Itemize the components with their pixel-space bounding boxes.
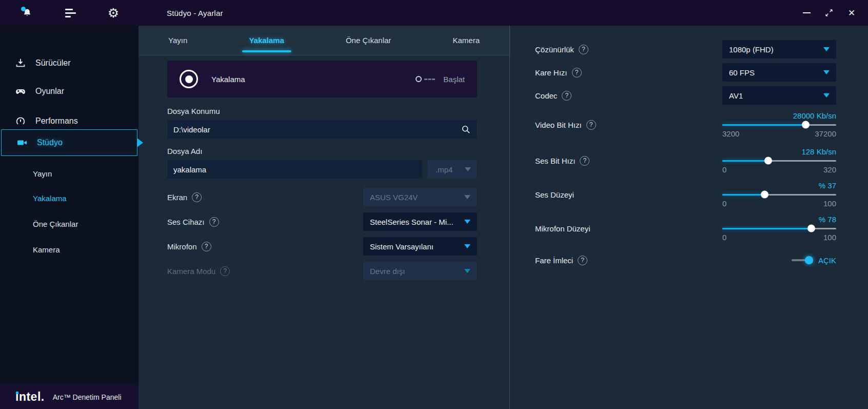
audio-bitrate-slider: 128 Kb/sn 0 320 bbox=[722, 147, 836, 174]
arc-control-window: ⚙ Stüdyo - Ayarlar ✕ Sürücü bbox=[0, 0, 868, 409]
capture-banner: Yakalama Başlat bbox=[167, 61, 477, 98]
codec-label: Codec ? bbox=[535, 91, 571, 101]
settings-pane: Çözünürlük ? 1080p (FHD) Kare Hızı ? 60 … bbox=[509, 26, 868, 409]
sidebar-subitem-broadcast[interactable]: Yayın bbox=[33, 164, 52, 183]
slider-knob[interactable] bbox=[764, 157, 772, 165]
mic-level-slider: % 78 0 100 bbox=[722, 215, 836, 242]
audio-bitrate-label: Ses Bit Hızı ? bbox=[535, 156, 589, 166]
help-icon[interactable]: ? bbox=[586, 120, 596, 130]
chevron-down-icon bbox=[465, 167, 471, 171]
slider-max: 100 bbox=[823, 199, 836, 208]
file-name-label: Dosya Adı bbox=[167, 147, 477, 155]
frame-rate-label: Kare Hızı ? bbox=[535, 68, 582, 77]
search-icon[interactable] bbox=[461, 124, 471, 134]
help-icon[interactable]: ? bbox=[202, 242, 211, 251]
help-icon[interactable]: ? bbox=[572, 68, 582, 77]
slider-min: 0 bbox=[722, 232, 726, 242]
gauge-icon bbox=[14, 115, 27, 127]
sidebar-subitem-highlights[interactable]: Öne Çıkanlar bbox=[33, 215, 78, 233]
camera-mode-dropdown: Devre dışı bbox=[363, 262, 477, 280]
page-title: Stüdyo - Ayarlar bbox=[167, 9, 223, 17]
tab-broadcast[interactable]: Yayın bbox=[168, 26, 187, 55]
download-icon bbox=[14, 57, 27, 69]
sidebar-item-drivers[interactable]: Sürücüler bbox=[0, 53, 139, 73]
file-name-input[interactable]: yakalama bbox=[167, 160, 422, 179]
sidebar-subitem-capture[interactable]: Yakalama bbox=[33, 189, 67, 207]
chevron-down-icon bbox=[464, 220, 470, 224]
codec-dropdown[interactable]: AV1 bbox=[722, 86, 836, 105]
chevron-down-icon bbox=[823, 70, 830, 74]
sidebar-item-studio[interactable]: Stüdyo bbox=[1, 129, 137, 156]
help-icon[interactable]: ? bbox=[209, 217, 219, 227]
mouse-cursor-toggle[interactable] bbox=[792, 256, 813, 264]
record-icon bbox=[180, 70, 198, 88]
mic-level-label: Mikrofon Düzeyi bbox=[535, 224, 590, 233]
chevron-down-icon bbox=[823, 47, 830, 51]
window-controls: ✕ bbox=[801, 8, 868, 18]
tab-capture[interactable]: Yakalama bbox=[249, 26, 284, 55]
slider-knob[interactable] bbox=[761, 191, 768, 199]
sidebar-subitem-camera[interactable]: Kamera bbox=[33, 240, 60, 259]
slider-value: 128 Kb/sn bbox=[722, 147, 836, 157]
help-icon[interactable]: ? bbox=[562, 91, 571, 101]
slider-value: % 78 bbox=[722, 215, 836, 224]
studio-tabbar: Yayın Yakalama Öne Çıkanlar Kamera bbox=[139, 26, 509, 55]
video-bitrate-label: Video Bit Hızı ? bbox=[535, 120, 596, 130]
capture-start-toggle[interactable] bbox=[416, 76, 435, 82]
camera-mode-label: Kamera Modu ? bbox=[167, 266, 230, 276]
chevron-down-icon bbox=[464, 244, 470, 248]
file-location-input[interactable]: D:\videolar bbox=[167, 120, 477, 139]
audio-device-dropdown[interactable]: SteelSeries Sonar - Mi... bbox=[363, 212, 477, 231]
help-icon[interactable]: ? bbox=[220, 266, 230, 276]
notifications-bell-icon[interactable] bbox=[21, 6, 34, 20]
close-button[interactable]: ✕ bbox=[846, 8, 857, 18]
notification-dot bbox=[21, 7, 26, 11]
menu-icon[interactable] bbox=[64, 6, 77, 20]
video-camera-icon bbox=[16, 137, 28, 149]
audio-device-label: Ses Cihazı ? bbox=[167, 217, 219, 227]
help-icon[interactable]: ? bbox=[192, 192, 202, 202]
mouse-cursor-label: Fare İmleci ? bbox=[535, 256, 587, 265]
slider-knob[interactable] bbox=[802, 121, 810, 129]
sidebar-footer: ıntel. Arc™ Denetim Paneli bbox=[0, 385, 139, 409]
tab-highlights[interactable]: Öne Çıkanlar bbox=[346, 26, 391, 55]
minimize-button[interactable] bbox=[801, 8, 812, 18]
sidebar-item-games[interactable]: Oyunlar bbox=[0, 81, 139, 102]
slider-min: 0 bbox=[722, 199, 726, 208]
settings-gear-icon[interactable]: ⚙ bbox=[107, 6, 120, 20]
sidebar-item-label: Oyunlar bbox=[35, 87, 64, 96]
maximize-button[interactable] bbox=[824, 8, 834, 18]
chevron-down-icon bbox=[464, 195, 470, 199]
microphone-label: Mikrofon ? bbox=[167, 242, 211, 251]
microphone-dropdown[interactable]: Sistem Varsayılanı bbox=[363, 237, 477, 256]
sidebar-item-label: Stüdyo bbox=[37, 138, 63, 147]
help-icon[interactable]: ? bbox=[578, 256, 587, 265]
slider-max: 37200 bbox=[815, 129, 836, 139]
slider-max: 320 bbox=[823, 165, 836, 174]
sidebar-item-performance[interactable]: Performans bbox=[0, 111, 139, 131]
slider-knob[interactable] bbox=[807, 225, 815, 232]
resolution-label: Çözünürlük ? bbox=[535, 45, 588, 54]
slider-min: 0 bbox=[722, 165, 726, 174]
resolution-dropdown[interactable]: 1080p (FHD) bbox=[722, 40, 836, 59]
sidebar-item-label: Sürücüler bbox=[35, 59, 70, 68]
capture-banner-label: Yakalama bbox=[211, 75, 245, 84]
topbar-icon-group: ⚙ bbox=[0, 6, 139, 20]
chevron-down-icon bbox=[464, 269, 470, 273]
tab-camera[interactable]: Kamera bbox=[452, 26, 480, 55]
audio-level-slider: % 37 0 100 bbox=[722, 181, 836, 208]
help-icon[interactable]: ? bbox=[579, 45, 588, 54]
capture-pane: Yayın Yakalama Öne Çıkanlar Kamera Yakal… bbox=[139, 26, 509, 409]
audio-level-label: Ses Düzeyi bbox=[535, 190, 574, 199]
help-icon[interactable]: ? bbox=[580, 156, 589, 166]
slider-max: 100 bbox=[823, 232, 836, 242]
video-bitrate-slider: 28000 Kb/sn 3200 37200 bbox=[722, 111, 836, 139]
gamepad-icon bbox=[14, 85, 27, 98]
frame-rate-dropdown[interactable]: 60 FPS bbox=[722, 63, 836, 82]
chevron-down-icon bbox=[823, 93, 830, 98]
titlebar: ⚙ Stüdyo - Ayarlar ✕ bbox=[0, 0, 868, 26]
screen-dropdown: ASUS VG24V bbox=[363, 188, 477, 206]
product-name: Arc™ Denetim Paneli bbox=[53, 393, 122, 401]
capture-start-label: Başlat bbox=[443, 75, 465, 84]
slider-value: % 37 bbox=[722, 181, 836, 190]
